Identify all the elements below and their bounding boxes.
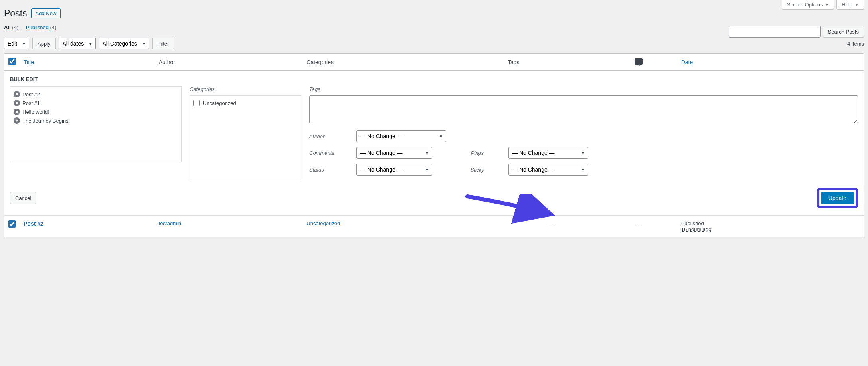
post-author-link[interactable]: testadmin — [159, 220, 181, 226]
page-title: Posts — [4, 8, 27, 19]
categories-section-label: Categories — [190, 86, 301, 92]
help-tab[interactable]: Help ▼ — [836, 0, 864, 10]
post-tags: — — [504, 216, 600, 237]
table-row: Post #2 testadmin Uncategorized — — Publ… — [4, 216, 864, 237]
bulk-post-item: ✕Post #2 — [14, 90, 178, 99]
column-date[interactable]: Date — [677, 54, 864, 71]
column-comments[interactable] — [600, 54, 677, 71]
help-label: Help — [842, 2, 852, 8]
column-title[interactable]: Title — [20, 54, 155, 71]
author-select[interactable]: — No Change — — [356, 130, 446, 142]
filter-published[interactable]: Published (4) — [26, 24, 57, 30]
column-author[interactable]: Author — [155, 54, 303, 71]
remove-icon[interactable]: ✕ — [14, 109, 20, 115]
column-tags[interactable]: Tags — [504, 54, 600, 71]
apply-button[interactable]: Apply — [32, 38, 56, 49]
select-all-checkbox[interactable] — [8, 58, 16, 65]
status-label: Status — [309, 167, 349, 173]
sticky-select[interactable]: — No Change — — [508, 164, 588, 176]
pings-select[interactable]: — No Change — — [508, 147, 588, 159]
remove-icon[interactable]: ✕ — [14, 117, 20, 124]
comment-icon — [635, 58, 643, 65]
sticky-label: Sticky — [453, 167, 501, 173]
filter-button[interactable]: Filter — [152, 38, 174, 49]
category-option[interactable]: Uncategorized — [193, 99, 298, 107]
author-label: Author — [309, 133, 349, 139]
row-checkbox[interactable] — [8, 220, 16, 228]
bulk-categories-list[interactable]: Uncategorized — [190, 95, 301, 179]
bulk-post-item: ✕Hello world! — [14, 107, 178, 116]
screen-options-label: Screen Options — [787, 2, 823, 8]
date-filter-select[interactable]: All dates — [59, 38, 96, 49]
update-button[interactable]: Update — [821, 192, 854, 204]
item-count: 4 items — [847, 41, 864, 47]
search-posts-button[interactable]: Search Posts — [823, 26, 864, 38]
comments-label: Comments — [309, 150, 349, 156]
screen-options-tab[interactable]: Screen Options ▼ — [782, 0, 834, 10]
filter-all[interactable]: All (4) — [4, 24, 18, 30]
bulk-edit-heading: BULK EDIT — [10, 76, 858, 82]
bulk-post-item: ✕Post #1 — [14, 99, 178, 107]
chevron-down-icon: ▼ — [825, 2, 829, 7]
tags-input[interactable] — [309, 95, 858, 123]
remove-icon[interactable]: ✕ — [14, 91, 20, 97]
add-new-button[interactable]: Add New — [31, 8, 61, 18]
pings-label: Pings — [453, 150, 501, 156]
bulk-post-item: ✕The Journey Begins — [14, 116, 178, 125]
bulk-action-select[interactable]: Edit — [4, 38, 29, 49]
cancel-button[interactable]: Cancel — [10, 192, 36, 204]
category-filter-select[interactable]: All Categories — [99, 38, 149, 49]
remove-icon[interactable]: ✕ — [14, 100, 20, 106]
tags-section-label: Tags — [309, 86, 858, 92]
status-select[interactable]: — No Change — — [356, 164, 432, 176]
comments-select[interactable]: — No Change — — [356, 147, 432, 159]
chevron-down-icon: ▼ — [855, 2, 859, 7]
post-category-link[interactable]: Uncategorized — [306, 220, 340, 226]
bulk-posts-list[interactable]: ✕Post #2 ✕Post #1 ✕Hello world! ✕The Jou… — [10, 86, 182, 162]
post-title-link[interactable]: Post #2 — [24, 220, 43, 227]
post-date: Published 16 hours ago — [677, 216, 864, 237]
search-input[interactable] — [729, 26, 821, 38]
column-categories[interactable]: Categories — [303, 54, 504, 71]
post-comments: — — [600, 216, 677, 237]
update-highlight-annotation: Update — [817, 188, 858, 208]
category-checkbox[interactable] — [193, 100, 200, 106]
